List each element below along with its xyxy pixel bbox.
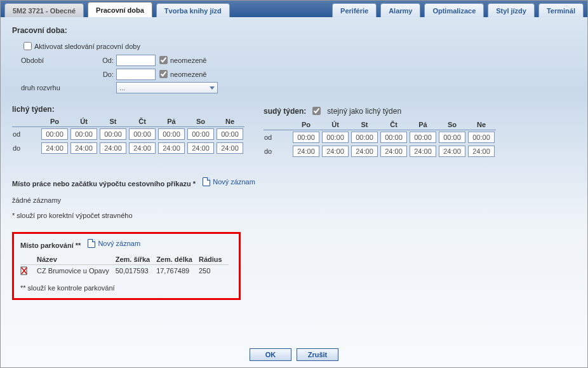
even-row-do: do xyxy=(264,144,291,158)
even-do-6[interactable] xyxy=(468,146,495,157)
odd-day-0: Po xyxy=(40,116,69,127)
even-day-3: Čt xyxy=(379,119,408,130)
tab-terminal[interactable]: Terminál xyxy=(538,3,584,17)
parking-table: Název Zem. šířka Zem. délka Rádius xyxy=(20,254,229,276)
odd-do-3[interactable] xyxy=(129,142,156,154)
from-unlimited-label: neomezeně xyxy=(170,57,207,64)
parking-row: CZ Brumovice u Opavy 50,017593 17,767489… xyxy=(20,265,229,277)
even-row-od: od xyxy=(264,130,291,145)
even-day-5: So xyxy=(438,119,467,130)
tab-general[interactable]: 5M2 3721 - Obecné xyxy=(4,3,84,17)
odd-day-1: Út xyxy=(69,116,98,127)
ok-button[interactable]: OK xyxy=(250,348,291,361)
odd-do-5[interactable] xyxy=(187,142,214,154)
odd-week-title: lichý týden: xyxy=(12,105,55,114)
workplace-new-label: Nový záznam xyxy=(213,178,255,186)
dialog-buttons: OK Zrušit xyxy=(1,348,587,361)
even-do-0[interactable] xyxy=(293,146,319,157)
to-label: Do: xyxy=(97,71,116,78)
same-as-odd-checkbox[interactable] xyxy=(312,107,321,115)
parking-col-radius: Rádius xyxy=(199,254,229,265)
tab-content: Pracovní doba: Aktivovat sledování praco… xyxy=(1,17,587,332)
parking-section: Místo parkování ** Nový záznam Název Zem… xyxy=(12,232,241,300)
even-do-2[interactable] xyxy=(351,146,378,157)
odd-od-2[interactable] xyxy=(100,128,126,140)
even-week-block: sudý týden: stejný jako lichý týden Po Ú… xyxy=(264,105,496,158)
odd-day-3: Čt xyxy=(128,116,157,127)
to-unlimited-checkbox[interactable] xyxy=(159,70,168,78)
workplace-heading: Místo práce nebo začátku výpočtu cestovn… xyxy=(12,180,196,187)
even-day-0: Po xyxy=(291,119,321,130)
even-od-1[interactable] xyxy=(322,132,349,143)
tab-logbook[interactable]: Tvorba knihy jízd xyxy=(156,3,230,17)
odd-od-4[interactable] xyxy=(158,128,185,140)
from-label: Od: xyxy=(97,57,116,64)
parking-row-lat: 50,017593 xyxy=(116,265,156,277)
odd-do-1[interactable] xyxy=(70,142,97,154)
document-icon xyxy=(203,177,210,186)
parking-col-lon: Zem. délka xyxy=(156,254,199,265)
odd-do-2[interactable] xyxy=(100,142,126,154)
odd-od-0[interactable] xyxy=(41,128,68,140)
tab-workhours[interactable]: Pracovní doba xyxy=(88,2,152,17)
even-od-2[interactable] xyxy=(351,132,378,143)
delete-icon[interactable] xyxy=(20,266,28,275)
odd-week-block: lichý týden: Po Út St Čt Pá So Ne od xyxy=(12,105,244,158)
even-od-0[interactable] xyxy=(293,132,319,143)
tab-optimization[interactable]: Optimalizace xyxy=(424,3,484,17)
parking-row-radius: 250 xyxy=(199,265,229,277)
odd-row-do: do xyxy=(12,141,40,155)
odd-do-0[interactable] xyxy=(41,142,68,154)
odd-day-2: St xyxy=(98,116,128,127)
activate-tracking-label: Aktivovat sledování pracovní doby xyxy=(34,43,140,50)
settings-window: 5M2 3721 - Obecné Pracovní doba Tvorba k… xyxy=(0,0,588,368)
cancel-button[interactable]: Zrušit xyxy=(297,348,338,361)
schedule-type-select[interactable]: ... xyxy=(116,82,218,93)
activate-tracking-checkbox[interactable] xyxy=(23,42,32,50)
even-od-3[interactable] xyxy=(380,132,407,143)
tab-drivestyle[interactable]: Styl jízdy xyxy=(488,3,535,17)
parking-new-label: Nový záznam xyxy=(98,240,140,247)
workplace-section: Místo práce nebo začátku výpočtu cestovn… xyxy=(12,177,576,219)
period-label: Období xyxy=(21,57,97,64)
even-do-4[interactable] xyxy=(410,146,436,157)
parking-col-lat: Zem. šířka xyxy=(116,254,156,265)
even-do-5[interactable] xyxy=(439,146,465,157)
odd-week-table: Po Út St Čt Pá So Ne od xyxy=(12,116,244,155)
parking-col-name: Název xyxy=(37,254,116,265)
tab-alarms[interactable]: Alarmy xyxy=(380,3,420,17)
from-unlimited-checkbox[interactable] xyxy=(159,56,168,64)
odd-day-5: So xyxy=(186,116,215,127)
odd-od-5[interactable] xyxy=(187,128,214,140)
odd-od-1[interactable] xyxy=(70,128,97,140)
odd-do-4[interactable] xyxy=(158,142,185,154)
even-od-4[interactable] xyxy=(410,132,436,143)
workplace-note: * slouží pro korektní výpočet stravného xyxy=(12,212,576,219)
odd-day-4: Pá xyxy=(157,116,186,127)
even-od-5[interactable] xyxy=(439,132,465,143)
odd-row-od: od xyxy=(12,127,40,142)
even-do-3[interactable] xyxy=(380,146,407,157)
period-from-input[interactable] xyxy=(116,55,156,66)
even-day-2: St xyxy=(350,119,379,130)
odd-od-3[interactable] xyxy=(129,128,156,140)
even-day-4: Pá xyxy=(408,119,438,130)
parking-heading: Místo parkování ** xyxy=(20,242,81,249)
period-to-input[interactable] xyxy=(116,69,156,80)
odd-od-6[interactable] xyxy=(217,128,243,140)
parking-row-name: CZ Brumovice u Opavy xyxy=(37,265,116,277)
odd-do-6[interactable] xyxy=(217,142,243,154)
schedule-type-label: druh rozvrhu xyxy=(21,84,97,92)
parking-row-lon: 17,767489 xyxy=(156,265,199,277)
workplace-new-link[interactable]: Nový záznam xyxy=(203,177,255,186)
even-day-1: Út xyxy=(321,119,350,130)
workplace-empty: žádné záznamy xyxy=(12,196,576,204)
same-as-odd-label: stejný jako lichý týden xyxy=(327,107,401,116)
even-od-6[interactable] xyxy=(468,132,495,143)
tab-peripherals[interactable]: Periférie xyxy=(332,3,377,17)
workhours-heading: Pracovní doba: xyxy=(12,26,576,35)
even-week-table: Po Út St Čt Pá So Ne od xyxy=(264,119,496,158)
odd-day-6: Ne xyxy=(215,116,244,127)
parking-new-link[interactable]: Nový záznam xyxy=(88,239,140,248)
even-do-1[interactable] xyxy=(322,146,349,157)
